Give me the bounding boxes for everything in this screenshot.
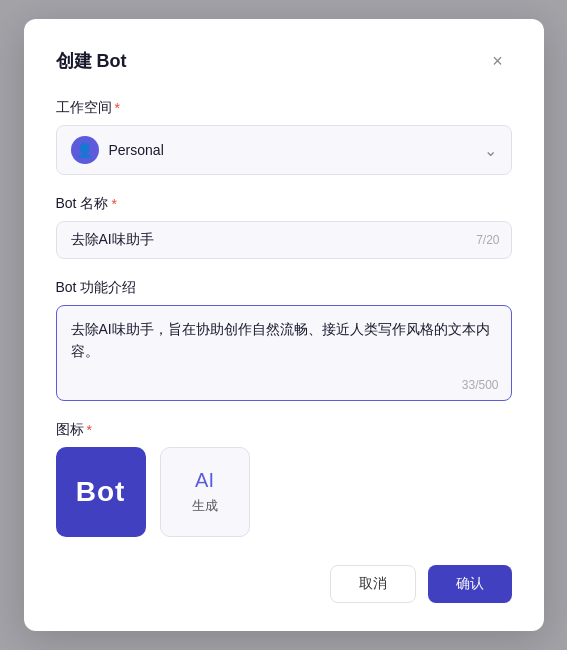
confirm-button[interactable]: 确认 [428, 565, 512, 603]
ai-generate-icon: AI [195, 469, 214, 492]
bot-description-section: Bot 功能介绍 去除AI味助手，旨在协助创作自然流畅、接近人类写作风格的文本内… [56, 279, 512, 401]
selected-bot-icon[interactable]: Bot [56, 447, 146, 537]
workspace-section: 工作空间 * 👤 Personal ⌄ [56, 99, 512, 175]
bot-description-char-count: 33/500 [462, 378, 499, 392]
bot-name-input[interactable] [56, 221, 512, 259]
workspace-value: Personal [109, 142, 484, 158]
bot-name-required-star: * [111, 196, 116, 212]
workspace-label: 工作空间 * [56, 99, 512, 117]
workspace-icon: 👤 [71, 136, 99, 164]
workspace-select[interactable]: 👤 Personal ⌄ [56, 125, 512, 175]
icon-options: Bot AI 生成 [56, 447, 512, 537]
bot-name-section: Bot 名称 * 7/20 [56, 195, 512, 259]
create-bot-dialog: 创建 Bot × 工作空间 * 👤 Personal ⌄ Bot 名称 [24, 19, 544, 631]
bot-description-label: Bot 功能介绍 [56, 279, 512, 297]
modal-overlay: 创建 Bot × 工作空间 * 👤 Personal ⌄ Bot 名称 [0, 0, 567, 650]
icon-label: 图标 * [56, 421, 512, 439]
dialog-header: 创建 Bot × [56, 47, 512, 75]
cancel-button[interactable]: 取消 [330, 565, 416, 603]
bot-name-label: Bot 名称 * [56, 195, 512, 213]
generate-label: 生成 [192, 497, 218, 515]
workspace-required-star: * [115, 100, 120, 116]
bot-description-textarea[interactable]: 去除AI味助手，旨在协助创作自然流畅、接近人类写作风格的文本内容。 [57, 306, 511, 396]
chevron-down-icon: ⌄ [484, 141, 497, 160]
bot-description-wrapper: 去除AI味助手，旨在协助创作自然流畅、接近人类写作风格的文本内容。 33/500 [56, 305, 512, 401]
generate-icon-button[interactable]: AI 生成 [160, 447, 250, 537]
close-button[interactable]: × [484, 47, 512, 75]
bot-name-char-count: 7/20 [476, 233, 499, 247]
bot-name-input-wrapper: 7/20 [56, 221, 512, 259]
dialog-title: 创建 Bot [56, 49, 127, 73]
icon-required-star: * [87, 422, 92, 438]
icon-section: 图标 * Bot AI 生成 [56, 421, 512, 537]
dialog-footer: 取消 确认 [56, 565, 512, 603]
